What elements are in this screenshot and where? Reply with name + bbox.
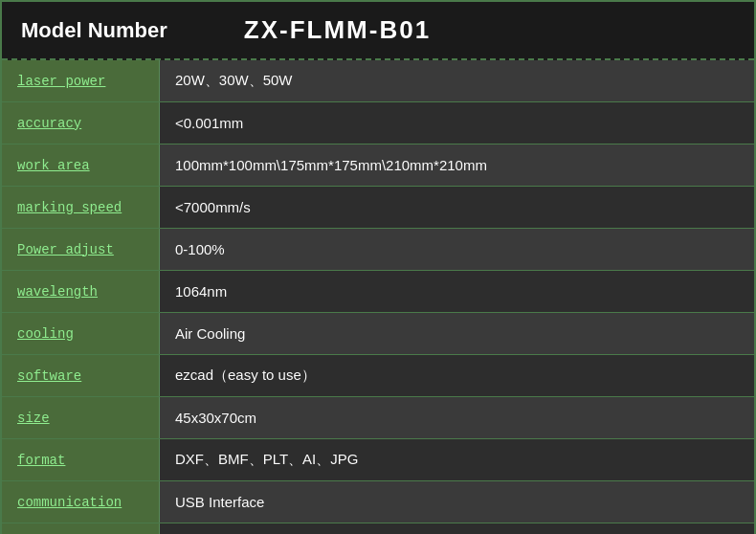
- row-label: cooling: [2, 313, 160, 354]
- row-label: work area: [2, 145, 160, 186]
- row-label: software: [2, 355, 160, 396]
- table-row: materialMetal and nonmetal etc.: [2, 523, 754, 534]
- table-row: size45x30x70cm: [2, 397, 754, 439]
- row-label: wavelength: [2, 271, 160, 312]
- table-row: wavelength1064nm: [2, 271, 754, 313]
- model-number-label: Model Number: [21, 18, 167, 43]
- row-label: communication: [2, 481, 160, 523]
- row-value: <0.001mm: [160, 105, 754, 141]
- table-row: work area100mm*100mm\175mm*175mm\210mm*2…: [2, 145, 754, 187]
- table-row: Power adjust0-100%: [2, 229, 754, 271]
- table-row: formatDXF、BMF、PLT、AI、JPG: [2, 439, 754, 481]
- row-value: Air Cooling: [160, 316, 754, 351]
- table-row: marking speed<7000mm/s: [2, 187, 754, 229]
- row-value: 0-100%: [160, 232, 754, 267]
- row-label: size: [2, 397, 160, 438]
- row-label: Power adjust: [2, 229, 160, 270]
- table-row: coolingAir Cooling: [2, 313, 754, 355]
- row-value: 45x30x70cm: [160, 400, 754, 435]
- row-value: DXF、BMF、PLT、AI、JPG: [160, 441, 754, 478]
- header-row: Model Number ZX-FLMM-B01: [2, 2, 754, 60]
- spec-table: Model Number ZX-FLMM-B01 laser power20W、…: [0, 0, 756, 534]
- row-label: format: [2, 439, 160, 480]
- table-row: accuracy<0.001mm: [2, 102, 754, 145]
- row-value: Metal and nonmetal etc.: [160, 527, 754, 535]
- table-row: communicationUSB Interface: [2, 481, 754, 523]
- model-number-value: ZX-FLMM-B01: [244, 15, 431, 45]
- row-label: accuracy: [2, 102, 160, 144]
- row-label: material: [2, 523, 160, 534]
- row-value: 1064nm: [160, 274, 754, 309]
- row-value: ezcad（easy to use）: [160, 357, 754, 394]
- row-label: laser power: [2, 60, 160, 101]
- row-value: 20W、30W、50W: [160, 62, 754, 100]
- row-value: USB Interface: [160, 484, 754, 520]
- row-value: 100mm*100mm\175mm*175mm\210mm*210mm: [160, 147, 754, 183]
- row-label: marking speed: [2, 187, 160, 228]
- rows-container: laser power20W、30W、50Waccuracy<0.001mmwo…: [2, 60, 754, 534]
- row-value: <7000mm/s: [160, 189, 754, 225]
- table-row: softwareezcad（easy to use）: [2, 355, 754, 397]
- table-row: laser power20W、30W、50W: [2, 60, 754, 102]
